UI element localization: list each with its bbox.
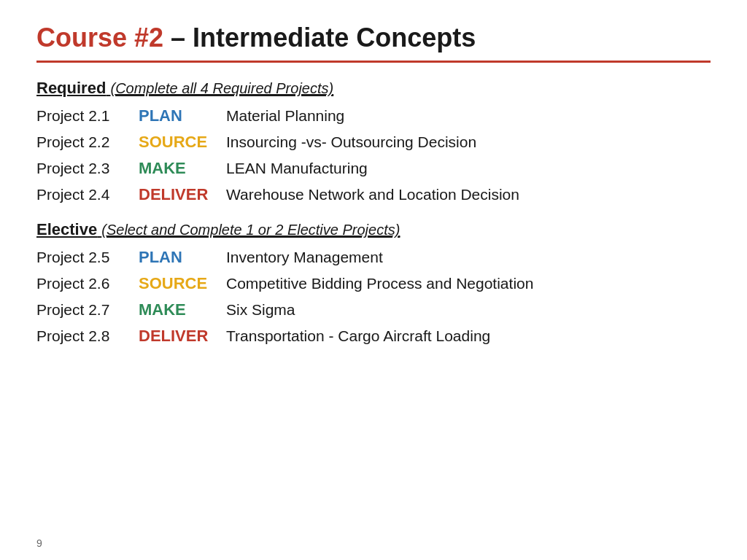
title-divider	[36, 61, 711, 63]
elective-heading: Elective (Select and Complete 1 or 2 Ele…	[36, 220, 711, 239]
required-heading: Required (Complete all 4 Required Projec…	[36, 79, 711, 98]
required-note: (Complete all 4 Required Projects)	[110, 80, 333, 96]
elective-note: (Select and Complete 1 or 2 Elective Pro…	[101, 222, 400, 238]
required-label: Required	[36, 79, 106, 97]
project-category: SOURCE	[139, 133, 226, 152]
project-category: MAKE	[139, 300, 226, 319]
project-category: MAKE	[139, 159, 226, 178]
title-suffix: – Intermediate Concepts	[163, 23, 476, 52]
slide-title: Course #2 – Intermediate Concepts	[36, 22, 711, 53]
project-category: SOURCE	[139, 274, 226, 293]
project-number: Project 2.2	[36, 133, 139, 151]
table-row: Project 2.7 MAKE Six Sigma	[36, 300, 711, 319]
project-title: Material Planning	[226, 107, 344, 125]
project-number: Project 2.4	[36, 186, 139, 203]
project-title: Warehouse Network and Location Decision	[226, 186, 519, 203]
required-section: Required (Complete all 4 Required Projec…	[36, 79, 711, 204]
table-row: Project 2.2 SOURCE Insourcing -vs- Outso…	[36, 133, 711, 152]
table-row: Project 2.8 DELIVER Transportation - Car…	[36, 327, 711, 346]
project-number: Project 2.5	[36, 249, 139, 266]
project-category: DELIVER	[139, 185, 226, 204]
elective-section: Elective (Select and Complete 1 or 2 Ele…	[36, 220, 711, 346]
course-number: Course #2	[36, 23, 163, 52]
page-number: 9	[36, 537, 42, 549]
project-title: Insourcing -vs- Outsourcing Decision	[226, 133, 476, 151]
project-number: Project 2.7	[36, 301, 139, 319]
elective-label: Elective	[36, 220, 97, 238]
table-row: Project 2.1 PLAN Material Planning	[36, 106, 711, 125]
table-row: Project 2.5 PLAN Inventory Management	[36, 248, 711, 267]
project-number: Project 2.1	[36, 107, 139, 125]
table-row: Project 2.4 DELIVER Warehouse Network an…	[36, 185, 711, 204]
project-title: Competitive Bidding Process and Negotiat…	[226, 275, 533, 292]
project-title: Six Sigma	[226, 301, 295, 319]
project-title: Inventory Management	[226, 249, 383, 266]
project-number: Project 2.8	[36, 327, 139, 345]
slide-container: Course #2 – Intermediate Concepts Requir…	[0, 0, 747, 560]
project-category: DELIVER	[139, 327, 226, 346]
project-title: Transportation - Cargo Aircraft Loading	[226, 327, 490, 345]
table-row: Project 2.3 MAKE LEAN Manufacturing	[36, 159, 711, 178]
project-title: LEAN Manufacturing	[226, 160, 368, 177]
project-category: PLAN	[139, 248, 226, 267]
project-category: PLAN	[139, 106, 226, 125]
table-row: Project 2.6 SOURCE Competitive Bidding P…	[36, 274, 711, 293]
project-number: Project 2.3	[36, 160, 139, 177]
project-number: Project 2.6	[36, 275, 139, 292]
